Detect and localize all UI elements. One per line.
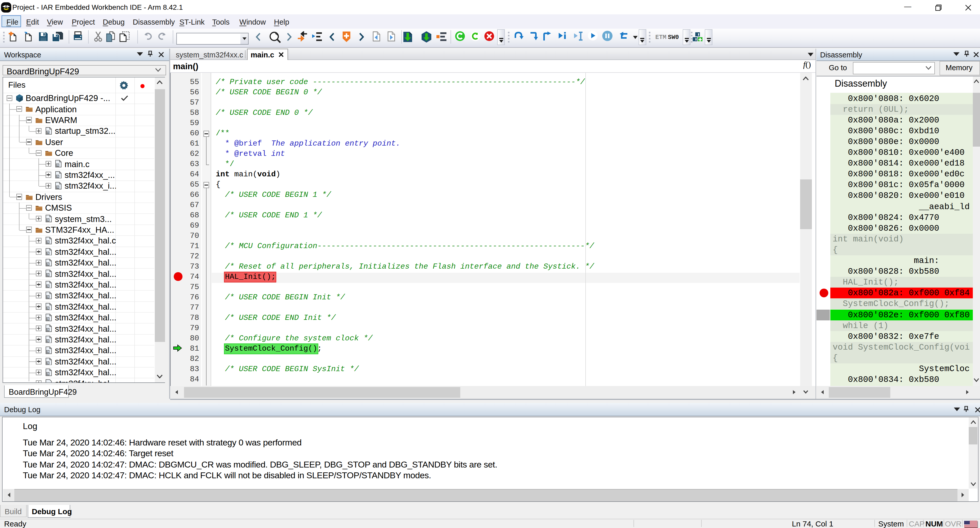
svg-text:c: c <box>47 251 48 254</box>
svg-text:c: c <box>47 317 48 320</box>
svg-text:c: c <box>47 328 48 331</box>
svg-text:c: c <box>57 164 58 167</box>
svg-text:a: a <box>47 131 49 134</box>
svg-text:c: c <box>47 285 48 288</box>
svg-text:c: c <box>47 361 48 364</box>
svg-text:c: c <box>47 350 48 353</box>
svg-text:c: c <box>47 219 48 222</box>
svg-text:c: c <box>47 262 48 266</box>
svg-text:c: c <box>47 306 48 309</box>
svg-text:c: c <box>47 295 48 298</box>
svg-text:c: c <box>47 372 48 375</box>
svg-text:c: c <box>57 186 58 189</box>
svg-text:c: c <box>47 240 48 243</box>
svg-text:c: c <box>47 339 48 342</box>
svg-text:c: c <box>47 274 48 277</box>
svg-text:c: c <box>57 175 58 178</box>
